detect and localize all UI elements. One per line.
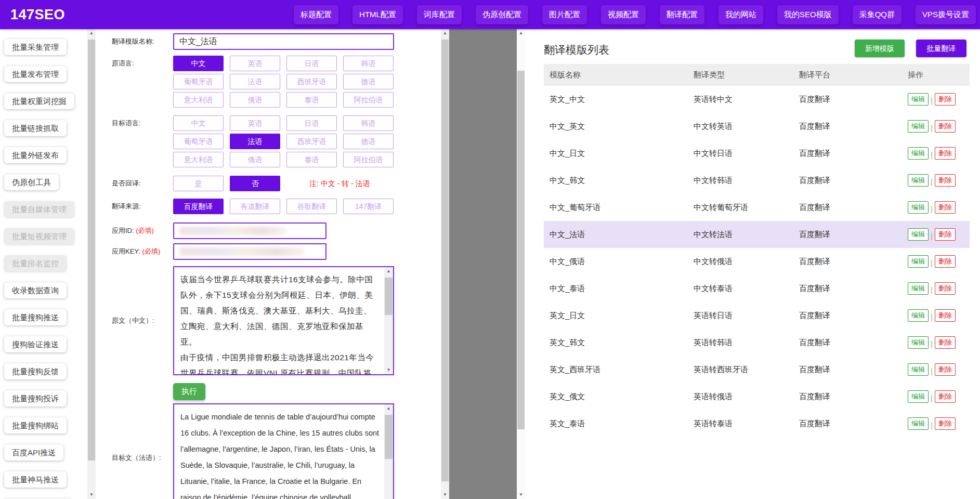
scroll-thumb[interactable] [385, 415, 393, 459]
edit-button[interactable]: 编辑 [908, 201, 929, 214]
source-lang-option-8[interactable]: 德语 [343, 74, 394, 89]
scroll-up-icon[interactable]: ▲ [87, 29, 96, 37]
table-row[interactable]: 英文_俄文英语转俄语百度翻译编辑|删除 [544, 383, 970, 410]
target-lang-option-12[interactable]: 阿拉伯语 [343, 152, 394, 167]
scroll-up-icon[interactable]: ▲ [384, 267, 393, 275]
scroll-up-icon[interactable]: ▲ [517, 29, 525, 37]
target-lang-option-3[interactable]: 日语 [286, 115, 337, 131]
target-text-area[interactable]: La Ligue mondiale de tennis de table d’a… [173, 403, 394, 499]
source-text-area[interactable]: 该届当今世界乒乓球联赛共计16支球会参与。除中国队外，余下15支球会分别为阿根廷… [173, 266, 394, 375]
target-lang-option-5[interactable]: 葡萄牙语 [173, 134, 224, 149]
source-lang-option-3[interactable]: 日语 [286, 56, 337, 71]
table-row[interactable]: 中文_俄语中文转俄语百度翻译编辑|删除 [544, 248, 970, 275]
target-lang-option-6[interactable]: 法语 [230, 134, 280, 149]
sidebar-item-batch-shenma-push[interactable]: 批量神马推送 [4, 471, 67, 488]
table-row[interactable]: 中文_韩文中文转韩语百度翻译编辑|删除 [544, 167, 970, 194]
translate-source-option-4[interactable]: 147翻译 [343, 199, 394, 214]
nav-item-my-sites[interactable]: 我的网站 [718, 5, 763, 24]
target-lang-option-8[interactable]: 德语 [343, 134, 394, 149]
delete-button[interactable]: 删除 [935, 228, 956, 241]
table-row[interactable]: 中文_法语中文转法语百度翻译编辑|删除 [544, 221, 970, 248]
edit-button[interactable]: 编辑 [908, 417, 929, 430]
scroll-down-icon[interactable]: ▼ [384, 366, 393, 374]
sidebar-item-batch-weight-word-mining[interactable]: 批量权重词挖掘 [4, 93, 74, 109]
translate-source-option-1[interactable]: 百度翻译 [173, 199, 224, 214]
nav-item-html-config[interactable]: HTML配置 [352, 5, 403, 24]
edit-button[interactable]: 编辑 [908, 390, 929, 403]
source-lang-option-12[interactable]: 阿拉伯语 [343, 92, 394, 108]
scroll-thumb[interactable] [385, 278, 393, 315]
edit-button[interactable]: 编辑 [908, 282, 929, 295]
target-lang-option-7[interactable]: 西班牙语 [286, 134, 337, 149]
edit-button[interactable]: 编辑 [908, 309, 929, 322]
edit-button[interactable]: 编辑 [908, 147, 929, 160]
sidebar-item-sogou-verify-push[interactable]: 搜狗验证推送 [4, 336, 67, 352]
sidebar-item-pseudo-original-tool[interactable]: 伪原创工具 [4, 174, 59, 190]
add-template-button[interactable]: 新增模版 [855, 40, 905, 57]
source-lang-option-9[interactable]: 意大利语 [173, 92, 224, 108]
execute-button[interactable]: 执行 [173, 383, 205, 400]
scroll-up-icon[interactable]: ▲ [384, 404, 393, 413]
nav-item-vps-dial-settings[interactable]: VPS拨号设置 [916, 5, 976, 24]
source-lang-option-6[interactable]: 法语 [230, 74, 280, 89]
target-text-scrollbar[interactable]: ▲ ▼ [384, 404, 393, 499]
table-row[interactable]: 中文_泰语中文转泰语百度翻译编辑|删除 [544, 275, 970, 302]
nav-item-collect-qq-group[interactable]: 采集QQ群 [853, 5, 901, 24]
nav-item-my-seo-templates[interactable]: 我的SEO模版 [777, 5, 839, 24]
source-lang-option-7[interactable]: 西班牙语 [286, 74, 337, 89]
source-lang-option-2[interactable]: 英语 [230, 56, 280, 71]
sidebar-item-batch-sogou-feedback[interactable]: 批量搜狗反馈 [4, 363, 67, 379]
source-lang-option-10[interactable]: 俄语 [230, 92, 280, 108]
table-row[interactable]: 中文_英文中文转英语百度翻译编辑|删除 [544, 113, 970, 140]
scroll-down-icon[interactable]: ▼ [517, 491, 525, 499]
edit-button[interactable]: 编辑 [908, 336, 929, 349]
target-lang-option-9[interactable]: 意大利语 [173, 152, 224, 167]
delete-button[interactable]: 删除 [935, 174, 956, 187]
edit-button[interactable]: 编辑 [908, 93, 929, 106]
target-lang-option-2[interactable]: 英语 [230, 115, 280, 131]
source-lang-option-1[interactable]: 中文 [173, 56, 224, 71]
nav-item-pseudo-original-config[interactable]: 伪原创配置 [476, 5, 528, 24]
target-lang-option-4[interactable]: 韩语 [343, 115, 394, 131]
sidebar-item-batch-collect-manage[interactable]: 批量采集管理 [4, 39, 67, 55]
sidebar-item-batch-sogou-complaint[interactable]: 批量搜狗投诉 [4, 390, 67, 406]
delete-button[interactable]: 删除 [935, 255, 956, 268]
table-row[interactable]: 中文_日文中文转日语百度翻译编辑|删除 [544, 140, 970, 167]
template-name-input[interactable] [173, 33, 394, 50]
batch-translate-button[interactable]: 批量翻译 [916, 40, 966, 57]
table-row[interactable]: 中文_葡萄牙语中文转葡萄牙语百度翻译编辑|删除 [544, 194, 970, 221]
scroll-thumb[interactable] [441, 40, 449, 481]
sidebar-item-batch-backlink-publish[interactable]: 批量外链发布 [4, 147, 67, 163]
translate-source-option-2[interactable]: 有道翻译 [230, 199, 280, 214]
scroll-thumb[interactable] [517, 71, 525, 429]
sidebar-scrollbar[interactable]: ▲ ▼ [87, 29, 96, 499]
edit-button[interactable]: 编辑 [908, 363, 929, 376]
sidebar-item-index-data-query[interactable]: 收录数据查询 [4, 282, 67, 298]
template-list-scrollbar[interactable]: ▲ ▼ [517, 29, 525, 499]
source-lang-option-4[interactable]: 韩语 [343, 56, 394, 71]
table-row[interactable]: 英文_韩文英语转韩语百度翻译编辑|删除 [544, 329, 970, 356]
delete-button[interactable]: 删除 [935, 93, 956, 106]
target-lang-option-10[interactable]: 俄语 [230, 152, 280, 167]
nav-item-image-config[interactable]: 图片配置 [542, 5, 587, 24]
nav-item-video-config[interactable]: 视频配置 [601, 5, 646, 24]
sidebar-item-batch-publish-manage[interactable]: 批量发布管理 [4, 66, 67, 82]
delete-button[interactable]: 删除 [935, 282, 956, 295]
translate-source-option-3[interactable]: 谷歌翻译 [286, 199, 337, 214]
source-lang-option-5[interactable]: 葡萄牙语 [173, 74, 224, 89]
delete-button[interactable]: 删除 [935, 417, 956, 430]
delete-button[interactable]: 删除 [935, 147, 956, 160]
edit-button[interactable]: 编辑 [908, 255, 929, 268]
nav-item-title-config[interactable]: 标题配置 [294, 5, 338, 24]
scroll-thumb[interactable] [88, 40, 95, 461]
table-row[interactable]: 英文_泰语英语转泰语百度翻译编辑|删除 [544, 410, 970, 437]
source-text-scrollbar[interactable]: ▲ ▼ [384, 267, 393, 374]
sidebar-item-batch-sogou-bind-site[interactable]: 批量搜狗绑站 [4, 417, 67, 434]
target-lang-option-1[interactable]: 中文 [173, 115, 224, 131]
source-lang-option-11[interactable]: 泰语 [286, 92, 337, 108]
scroll-down-icon[interactable]: ▼ [87, 491, 96, 499]
back-translate-option-2[interactable]: 否 [230, 176, 280, 191]
back-translate-option-1[interactable]: 是 [173, 176, 224, 191]
edit-button[interactable]: 编辑 [908, 228, 929, 241]
scroll-up-icon[interactable]: ▲ [441, 29, 449, 37]
